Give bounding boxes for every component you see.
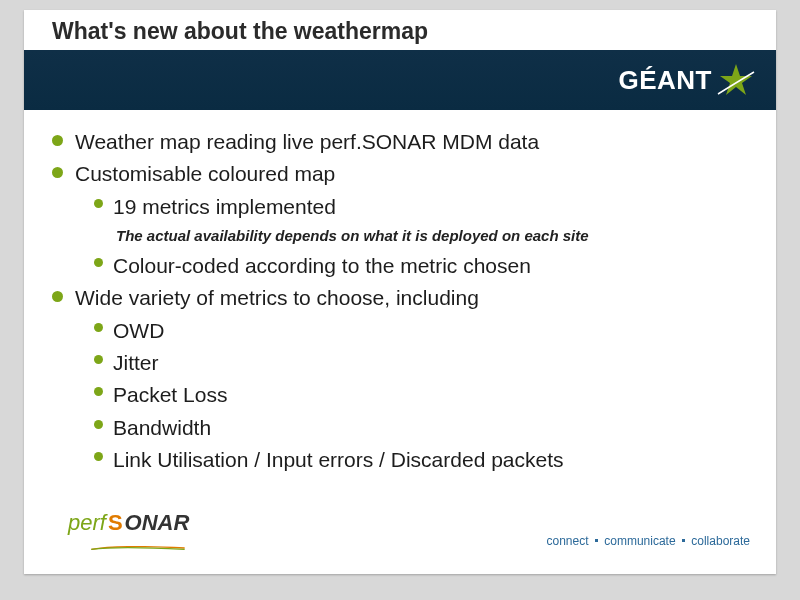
sub-bullet-item: Bandwidth — [94, 414, 748, 442]
bullet-item: Customisable coloured map — [52, 160, 748, 188]
bullet-icon — [52, 167, 63, 178]
bullet-text: Packet Loss — [113, 381, 227, 409]
bullet-text: Customisable coloured map — [75, 160, 335, 188]
bullet-icon — [94, 355, 103, 364]
bullet-item: Wide variety of metrics to choose, inclu… — [52, 284, 748, 312]
geant-logo: GÉANT — [619, 64, 757, 96]
sub-bullet-item: 19 metrics implemented — [94, 193, 748, 221]
bullet-icon — [94, 323, 103, 332]
bullet-icon — [94, 420, 103, 429]
perfsonar-logo-onar: ONAR — [125, 510, 190, 536]
availability-note: The actual availability depends on what … — [116, 227, 748, 244]
bullet-text: OWD — [113, 317, 164, 345]
tagline-communicate: communicate — [604, 534, 675, 548]
tagline-connect: connect — [547, 534, 589, 548]
sub-bullet-item: Packet Loss — [94, 381, 748, 409]
slide-header: What's new about the weathermap GÉANT — [24, 10, 776, 110]
bullet-item: Weather map reading live perf.SONAR MDM … — [52, 128, 748, 156]
sub-bullet-item: OWD — [94, 317, 748, 345]
bullet-icon — [94, 258, 103, 267]
tagline: connect communicate collaborate — [547, 534, 751, 548]
bullet-icon — [94, 387, 103, 396]
sub-bullet-item: Jitter — [94, 349, 748, 377]
bullet-text: Jitter — [113, 349, 159, 377]
sub-bullet-item: Link Utilisation / Input errors / Discar… — [94, 446, 748, 474]
bullet-text: 19 metrics implemented — [113, 193, 336, 221]
header-band: GÉANT — [24, 50, 776, 110]
tagline-collaborate: collaborate — [691, 534, 750, 548]
perfsonar-logo-s: S — [108, 510, 123, 536]
bullet-icon — [94, 452, 103, 461]
slide-title: What's new about the weathermap — [52, 18, 428, 45]
bullet-icon — [94, 199, 103, 208]
bullet-text: Wide variety of metrics to choose, inclu… — [75, 284, 479, 312]
slide-content: Weather map reading live perf.SONAR MDM … — [24, 110, 776, 478]
bullet-text: Colour-coded according to the metric cho… — [113, 252, 531, 280]
bullet-icon — [52, 291, 63, 302]
bullet-icon — [52, 135, 63, 146]
geant-logo-text: GÉANT — [619, 65, 713, 96]
sub-bullet-item: Colour-coded according to the metric cho… — [94, 252, 748, 280]
separator-icon — [595, 539, 598, 542]
slide: What's new about the weathermap GÉANT We… — [24, 10, 776, 574]
separator-icon — [682, 539, 685, 542]
bullet-text: Link Utilisation / Input errors / Discar… — [113, 446, 564, 474]
bullet-text: Bandwidth — [113, 414, 211, 442]
swoosh-icon — [68, 546, 208, 550]
bullet-text: Weather map reading live perf.SONAR MDM … — [75, 128, 539, 156]
perfsonar-logo-perf: perf — [68, 510, 106, 536]
star-icon — [716, 64, 756, 96]
perfsonar-logo: perf S ONAR — [68, 510, 208, 554]
